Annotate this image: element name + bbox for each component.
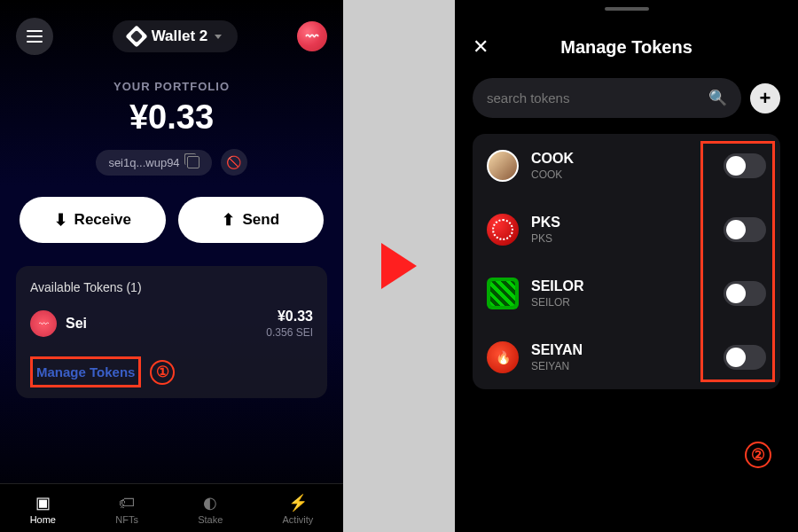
search-icon: 🔍 <box>708 89 727 107</box>
eye-off-icon: 🚫 <box>226 155 241 169</box>
copy-icon <box>187 156 200 168</box>
sei-token-icon <box>30 310 57 337</box>
page-title: Manage Tokens <box>455 37 798 58</box>
flow-arrow-icon <box>381 243 417 289</box>
address-text: sei1q...wup94 <box>108 156 179 169</box>
nav-home[interactable]: ▣ Home <box>30 495 56 525</box>
wallet-selector[interactable]: Wallet 2 <box>113 20 239 52</box>
available-tokens-card: Available Tokens (1) Sei ¥0.33 0.356 SEI… <box>16 266 327 398</box>
seilor-token-icon <box>487 278 519 309</box>
portfolio-value: ¥0.33 <box>0 98 343 137</box>
token-toggle[interactable] <box>724 153 766 178</box>
receive-label: Receive <box>74 211 131 229</box>
sei-logo-icon[interactable] <box>297 21 327 51</box>
callout-2: ② <box>745 442 771 468</box>
token-fullname: PKS <box>531 232 711 245</box>
token-toggle[interactable] <box>724 217 766 242</box>
nav-stake-label: Stake <box>198 514 223 525</box>
nav-stake[interactable]: ◐ Stake <box>198 495 223 525</box>
nav-activity-label: Activity <box>283 514 314 525</box>
callout-1: ① <box>150 360 175 385</box>
token-name: Sei <box>66 316 87 332</box>
search-input[interactable]: search tokens 🔍 <box>473 78 741 118</box>
nav-activity[interactable]: ⚡ Activity <box>283 495 314 525</box>
stake-icon: ◐ <box>200 495 220 511</box>
token-list-item: PKS PKS <box>473 198 780 262</box>
bolt-icon: ⚡ <box>288 495 308 511</box>
nav-nfts[interactable]: 🏷 NFTs <box>115 495 138 525</box>
visibility-toggle[interactable]: 🚫 <box>221 149 247 176</box>
portfolio-label: YOUR PORTFOLIO <box>0 80 343 93</box>
home-icon: ▣ <box>33 495 52 511</box>
token-list-item: SEIYAN SEIYAN <box>473 325 780 389</box>
token-fullname: SEIYAN <box>531 360 711 372</box>
token-list-item: COOK COOK <box>473 134 780 198</box>
token-list-item: SEILOR SEILOR <box>473 262 780 325</box>
token-symbol: PKS <box>531 215 711 231</box>
seiyan-token-icon <box>487 341 519 373</box>
nav-nfts-label: NFTs <box>115 514 138 525</box>
token-symbol: SEIYAN <box>531 342 711 358</box>
send-label: Send <box>242 211 279 229</box>
add-token-button[interactable]: + <box>750 83 780 113</box>
cook-token-icon <box>487 150 519 182</box>
token-fullname: SEILOR <box>531 296 711 309</box>
tag-icon: 🏷 <box>117 495 137 511</box>
token-symbol: COOK <box>531 151 711 167</box>
send-button[interactable]: ⬆ Send <box>178 197 325 243</box>
wallet-name: Wallet 2 <box>152 27 208 45</box>
manage-tokens-link[interactable]: Manage Tokens <box>30 356 141 387</box>
bottom-navigation: ▣ Home 🏷 NFTs ◐ Stake ⚡ Activity <box>0 483 343 532</box>
search-placeholder: search tokens <box>487 90 569 106</box>
nav-home-label: Home <box>30 514 56 525</box>
pks-token-icon <box>487 214 519 246</box>
upload-icon: ⬆ <box>222 210 235 230</box>
plus-icon: + <box>760 87 771 110</box>
token-toggle[interactable] <box>724 281 766 306</box>
token-symbol: SEILOR <box>531 278 711 294</box>
menu-button[interactable] <box>16 18 53 55</box>
token-amount: 0.356 SEI <box>266 326 313 339</box>
download-icon: ⬇ <box>54 210 67 230</box>
token-toggle[interactable] <box>724 345 766 370</box>
hamburger-icon <box>27 30 43 43</box>
wallet-address[interactable]: sei1q...wup94 <box>96 150 211 176</box>
chevron-down-icon <box>215 35 222 39</box>
token-list: COOK COOK PKS PKS SEILOR SEILOR <box>473 134 780 389</box>
token-row[interactable]: Sei ¥0.33 0.356 SEI <box>30 309 313 339</box>
receive-button[interactable]: ⬇ Receive <box>20 197 166 243</box>
wallet-icon <box>125 25 147 47</box>
available-tokens-header: Available Tokens (1) <box>30 280 313 294</box>
token-fullname: COOK <box>531 168 711 181</box>
token-value: ¥0.33 <box>266 309 313 325</box>
